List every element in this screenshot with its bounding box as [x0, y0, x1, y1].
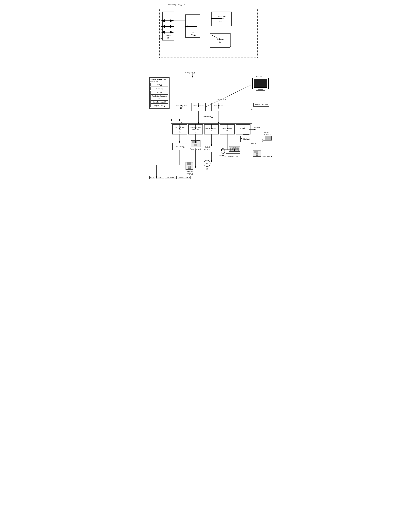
- registers-box: Registers12: [210, 33, 230, 48]
- bottom-os-box: OS 35: [149, 176, 155, 179]
- diagram1: Processing Unit 21 ↙ Data Address Contro…: [148, 3, 272, 64]
- diagram2: Computer 20 System Memory 22 (ROM 24) Bi…: [148, 69, 272, 188]
- svg-rect-28: [233, 149, 236, 150]
- mouse-icon: [221, 147, 225, 154]
- removable-storage-label: RemovableStorage 29: [185, 162, 193, 175]
- floppy-drive-icon: [190, 140, 201, 147]
- system-memory-box: System Memory 22 (ROM 24) Bios 26 (RAM 2…: [149, 77, 170, 109]
- hard-disk-drive-if-box: Hard Disk Drive I/F 32: [172, 124, 187, 135]
- processing-unit-boundary: [159, 9, 258, 58]
- computer-label: Computer 20: [185, 71, 195, 74]
- program-data-box: Program Data 38: [150, 104, 168, 107]
- svg-rect-33: [263, 140, 272, 141]
- svg-rect-12: [254, 79, 267, 87]
- serial-port-if-box: Serial Port I/F 46: [220, 124, 235, 135]
- mouse-label: Mouse 42: [219, 147, 226, 157]
- svg-rect-16: [192, 141, 197, 143]
- svg-rect-26: [230, 149, 231, 150]
- bottom-apps-box: Apps 36: [157, 176, 164, 179]
- alu-box: Arithmeticand LogicUnit 10: [211, 12, 232, 26]
- storage-device-box: Storage Device 62: [253, 103, 269, 106]
- control-unit-box: ControlUnit 16: [185, 15, 200, 38]
- svg-rect-25: [237, 147, 239, 148]
- floppy50-icon: [253, 150, 261, 157]
- bottom-boxes-row: OS 35 Apps 36 Other Progs 37 Program Dat…: [149, 176, 191, 179]
- magnetic-disk-drive-if-box: Magnetic Disk Drive I/F 33: [188, 124, 203, 135]
- removable-storage-icon: [185, 162, 193, 170]
- svg-rect-36: [256, 154, 258, 156]
- svg-point-42: [206, 163, 208, 164]
- bios-box: Bios 26: [150, 83, 168, 86]
- d2-processing-unit: Processing Unit 21: [174, 103, 188, 111]
- optical-drive-if-box: Optical Drive I/F 34: [204, 124, 219, 135]
- os-box: OS 35: [150, 91, 168, 94]
- d2-video-adapter: Video Adapter 48: [191, 103, 206, 111]
- remote-computer-icon: [263, 135, 272, 142]
- svg-rect-39: [188, 166, 190, 169]
- optical-disk-label: 31: [203, 160, 211, 170]
- svg-rect-21: [230, 147, 231, 148]
- ram-box: (RAM 25): [150, 87, 168, 90]
- bus-unit-box: Bus Unit18: [162, 12, 174, 40]
- lan-label: LAN 51: [254, 127, 260, 129]
- hard-drive-box: Hard Drive 27: [172, 143, 187, 150]
- modem-box: Modem 54: [240, 136, 253, 143]
- svg-rect-38: [187, 162, 191, 165]
- scsi-bus-label: SCSI Bus 56: [217, 98, 226, 100]
- svg-rect-22: [232, 147, 233, 148]
- floppy50-label: Floppy Drive 50: [253, 150, 272, 157]
- svg-rect-17: [194, 144, 197, 146]
- remote-computers-label: RemoteComputer(s)49: [262, 132, 272, 142]
- network-if-box: Network I/F 53: [236, 124, 250, 135]
- wan-label: WAN 52: [250, 143, 256, 144]
- svg-rect-29: [237, 149, 239, 150]
- other-programs-box: Other Programs 37: [150, 100, 168, 104]
- monitor-icon: [252, 77, 269, 91]
- svg-rect-32: [265, 136, 271, 140]
- system-bus-label: System Bus 23: [203, 116, 213, 118]
- svg-rect-35: [254, 151, 258, 153]
- floppy-drive-label: Floppy Drive 28: [190, 140, 201, 150]
- svg-rect-24: [235, 147, 237, 148]
- applications-36-box: Applications 36': [226, 153, 240, 159]
- optical-disk-icon: [203, 160, 211, 167]
- app-programs-box: Application Programs 36: [150, 94, 168, 100]
- bottom-program-data-box: Program Data 38: [178, 176, 191, 179]
- sys-memory-sub: (ROM 24): [150, 81, 168, 83]
- svg-rect-27: [232, 149, 233, 150]
- svg-rect-40: [189, 167, 190, 167]
- diagram1-title: Processing Unit 21 ↙: [168, 3, 186, 6]
- svg-rect-30: [231, 150, 239, 151]
- optical-drive-label: OpticalDrive 30: [204, 146, 210, 150]
- d2-host-adapter: Host Adapter 55: [211, 103, 226, 111]
- svg-rect-13: [258, 89, 263, 90]
- bottom-other-progs-box: Other Progs 37: [165, 176, 177, 179]
- svg-rect-14: [256, 90, 265, 91]
- sys-memory-title: System Memory 22: [150, 78, 168, 81]
- svg-rect-23: [233, 147, 235, 148]
- keyboard-icon: [229, 146, 240, 152]
